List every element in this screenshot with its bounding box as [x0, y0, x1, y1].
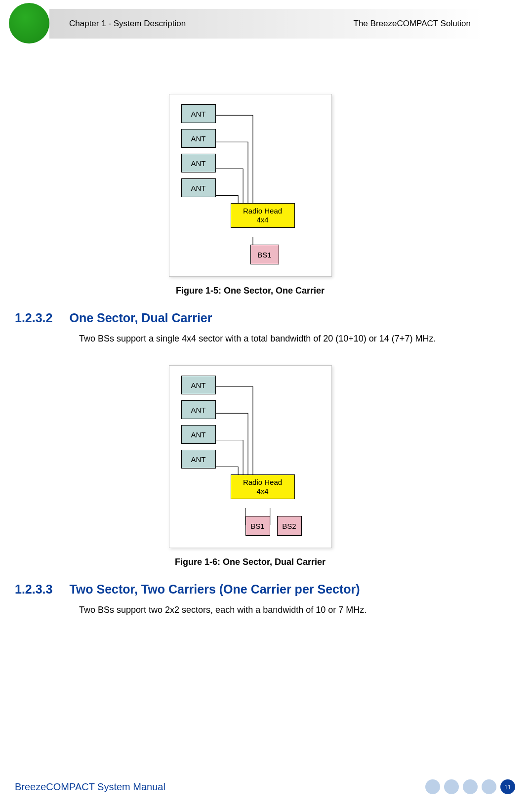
- manual-title: BreezeCOMPACT System Manual: [15, 781, 165, 793]
- section-title: One Sector, Dual Carrier: [69, 311, 212, 325]
- bs-row: BS1 BS2: [245, 516, 302, 536]
- section-body: Two BSs support two 2x2 sectors, each wi…: [79, 603, 486, 617]
- figure-1-5-frame: ANT ANT ANT ANT Radio Head 4x4 BS1: [169, 94, 332, 277]
- section-number: 1.2.3.3: [15, 582, 52, 597]
- page-footer: BreezeCOMPACT System Manual 11: [15, 779, 515, 794]
- ant-box: ANT: [181, 450, 216, 469]
- section-body: Two BSs support a single 4x4 sector with…: [79, 332, 486, 345]
- radio-head-box: Radio Head 4x4: [231, 474, 295, 499]
- figure-1-6: ANT ANT ANT ANT Radio Head 4x4 BS1 BS2 F…: [15, 365, 486, 567]
- bs-box: BS1: [245, 516, 270, 536]
- decor-dot-icon: [425, 779, 440, 794]
- page-number: 11: [500, 779, 515, 794]
- section-heading: 1.2.3.2 One Sector, Dual Carrier: [15, 311, 486, 325]
- figure-caption: Figure 1-6: One Sector, Dual Carrier: [175, 557, 326, 567]
- solution-label: The BreezeCOMPACT Solution: [354, 19, 471, 29]
- bs-box: BS2: [277, 516, 302, 536]
- radio-head-box: Radio Head 4x4: [231, 203, 295, 228]
- ant-box: ANT: [181, 129, 216, 148]
- page-content: ANT ANT ANT ANT Radio Head 4x4 BS1 Figur…: [15, 84, 486, 637]
- chapter-circle-icon: [9, 3, 49, 43]
- section-heading: 1.2.3.3 Two Sector, Two Carriers (One Ca…: [15, 582, 486, 597]
- figure-1-6-frame: ANT ANT ANT ANT Radio Head 4x4 BS1 BS2: [169, 365, 332, 548]
- ant-box: ANT: [181, 178, 216, 197]
- section-title: Two Sector, Two Carriers (One Carrier pe…: [69, 582, 360, 597]
- section-number: 1.2.3.2: [15, 311, 52, 325]
- figure-caption: Figure 1-5: One Sector, One Carrier: [176, 286, 325, 296]
- bs-row: BS1: [250, 245, 302, 264]
- ant-box: ANT: [181, 400, 216, 419]
- bs-box: BS1: [250, 245, 279, 264]
- ant-box: ANT: [181, 376, 216, 394]
- ant-box: ANT: [181, 154, 216, 172]
- ant-box: ANT: [181, 104, 216, 123]
- decor-dot-icon: [463, 779, 478, 794]
- chapter-label: Chapter 1 - System Description: [69, 19, 186, 29]
- ant-box: ANT: [181, 425, 216, 444]
- footer-dots: 11: [425, 779, 515, 794]
- decor-dot-icon: [444, 779, 459, 794]
- decor-dot-icon: [482, 779, 496, 794]
- figure-1-5: ANT ANT ANT ANT Radio Head 4x4 BS1 Figur…: [15, 94, 486, 296]
- header-band: Chapter 1 - System Description The Breez…: [49, 9, 486, 39]
